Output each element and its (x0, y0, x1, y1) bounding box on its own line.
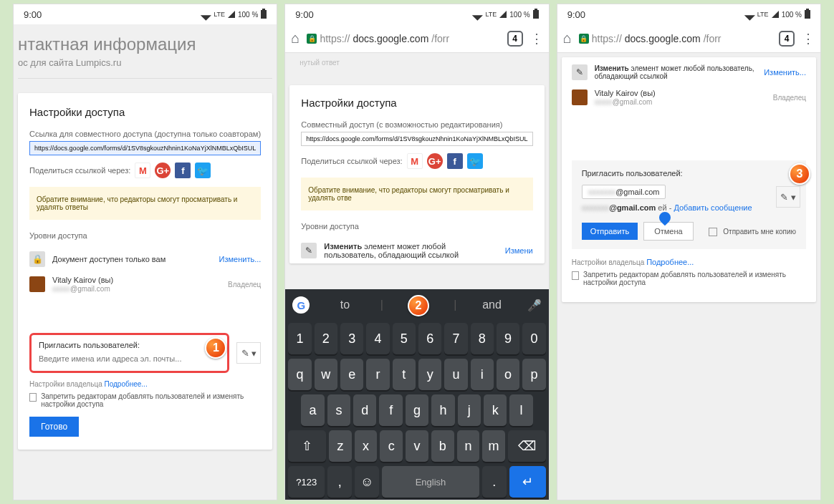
comma-key[interactable]: , (327, 466, 352, 498)
googleplus-icon[interactable]: G+ (155, 163, 171, 178)
key-a[interactable]: a (301, 394, 324, 426)
tab-switcher[interactable]: 4 (507, 31, 523, 47)
share-url-input[interactable] (301, 132, 532, 146)
gmail-icon[interactable]: M (407, 153, 423, 169)
key-p[interactable]: p (522, 359, 545, 390)
restrict-checkbox[interactable] (572, 271, 579, 280)
step-badge-2: 2 (408, 295, 429, 316)
key-w[interactable]: w (315, 359, 337, 390)
pencil-icon: ✎ (572, 64, 588, 80)
key-c[interactable]: c (380, 430, 403, 462)
pencil-button[interactable]: ✎ ▾ (776, 186, 800, 208)
key-h[interactable]: h (431, 394, 454, 426)
key-d[interactable]: d (353, 394, 376, 426)
key-l[interactable]: l (509, 394, 532, 426)
lock-icon: 🔒 (307, 34, 317, 44)
key-5[interactable]: 5 (393, 323, 416, 354)
key-g[interactable]: g (406, 394, 428, 426)
key-o[interactable]: o (497, 359, 519, 390)
twitter-icon[interactable]: 🐦 (195, 163, 211, 178)
share-url-input[interactable] (29, 141, 261, 155)
phone-3: 9:00 ◢LTE100 % ⌂ 🔒https://docs.google.co… (557, 4, 821, 500)
key-8[interactable]: 8 (471, 323, 494, 354)
avatar (572, 89, 588, 105)
suggestion[interactable]: to (317, 299, 373, 311)
key-n[interactable]: n (457, 430, 480, 462)
key-u[interactable]: u (444, 359, 467, 390)
key-6[interactable]: 6 (418, 323, 441, 354)
key-i[interactable]: i (471, 359, 494, 390)
emoji-key[interactable]: ☺ (355, 466, 379, 498)
send-copy-checkbox[interactable] (709, 228, 717, 236)
enter-key[interactable]: ↵ (509, 466, 546, 498)
email-chip[interactable]: xxxxxxx@gmail.com (582, 185, 666, 199)
mic-icon[interactable]: 🎤 (527, 299, 542, 312)
key-j[interactable]: j (458, 394, 481, 426)
twitter-icon[interactable]: 🐦 (467, 153, 483, 169)
tab-switcher[interactable]: 4 (779, 31, 795, 47)
space-key[interactable]: English (382, 466, 479, 498)
key-x[interactable]: x (355, 430, 378, 462)
pencil-button[interactable]: ✎ ▾ (236, 342, 261, 364)
url-bar: ⌂ 🔒https://docs.google.com/forr 4 ⋮ (285, 24, 548, 53)
avatar (29, 276, 45, 292)
key-7[interactable]: 7 (444, 323, 467, 354)
change-link[interactable]: Изменить... (219, 255, 262, 263)
url-text[interactable]: 🔒https://docs.google.com/forr (307, 33, 499, 44)
menu-icon[interactable]: ⋮ (802, 31, 815, 47)
key-e[interactable]: e (340, 359, 363, 390)
key-m[interactable]: m (482, 430, 505, 462)
card-title: Настройки доступа (29, 106, 261, 118)
cancel-button[interactable]: Отмена (643, 222, 693, 241)
invite-input[interactable] (39, 352, 220, 365)
key-f[interactable]: f (379, 394, 402, 426)
key-3[interactable]: 3 (340, 323, 363, 354)
phone-2: 9:00 ◢LTE100 % ⌂ 🔒https://docs.google.co… (284, 4, 549, 500)
key-9[interactable]: 9 (497, 323, 519, 354)
add-message-link[interactable]: Добавить сообщение (674, 203, 752, 212)
invite-block: Пригласить пользователей: (29, 333, 229, 373)
key-k[interactable]: k (484, 394, 507, 426)
shift-key[interactable]: ⇧ (288, 430, 326, 462)
keyboard: G to | I 2 | and 🎤 1234567890 qwertyuiop… (285, 289, 548, 500)
suggestion[interactable]: and (464, 299, 519, 311)
key-t[interactable]: t (393, 359, 416, 390)
googleplus-icon[interactable]: G+ (427, 153, 443, 169)
page-subtitle: ос для сайта Lumpics.ru (18, 57, 272, 78)
key-4[interactable]: 4 (366, 323, 389, 354)
more-link[interactable]: Подробнее... (104, 380, 147, 388)
lock-icon: 🔒 (29, 251, 45, 267)
facebook-icon[interactable]: f (447, 153, 463, 169)
key-z[interactable]: z (329, 430, 352, 462)
access-card: Настройки доступа Ссылка для совместного… (18, 93, 272, 450)
page-title: нтактная информация (18, 29, 272, 57)
key-r[interactable]: r (366, 359, 389, 390)
gmail-icon[interactable]: M (135, 163, 150, 178)
key-y[interactable]: y (418, 359, 441, 390)
invite-panel: Пригласить пользователей: xxxxxxx@gmail.… (572, 160, 806, 249)
pencil-icon: ✎ (301, 243, 317, 258)
key-0[interactable]: 0 (522, 323, 545, 354)
menu-icon[interactable]: ⋮ (530, 31, 543, 47)
home-icon[interactable]: ⌂ (563, 30, 572, 47)
symbols-key[interactable]: ?123 (288, 466, 325, 498)
key-2[interactable]: 2 (315, 323, 337, 354)
step-badge-3: 3 (789, 163, 810, 185)
backspace-key[interactable]: ⌫ (508, 430, 546, 462)
home-icon[interactable]: ⌂ (291, 30, 299, 47)
done-button[interactable]: Готово (29, 417, 79, 437)
clock: 9:00 (24, 9, 42, 20)
status-bar: 9:00 ◢LTE100 % (285, 4, 548, 24)
key-v[interactable]: v (406, 430, 428, 462)
send-button[interactable]: Отправить (582, 223, 638, 240)
status-icons: ◢ LTE 100 % (203, 9, 267, 20)
period-key[interactable]: . (482, 466, 507, 498)
google-icon[interactable]: G (292, 296, 310, 314)
facebook-icon[interactable]: f (175, 163, 191, 178)
key-b[interactable]: b (431, 430, 454, 462)
key-s[interactable]: s (327, 394, 350, 426)
restrict-checkbox[interactable] (29, 393, 37, 402)
key-q[interactable]: q (288, 359, 311, 390)
key-1[interactable]: 1 (288, 323, 311, 354)
notice-banner: Обратите внимание, что редакторы смогут … (29, 187, 261, 220)
